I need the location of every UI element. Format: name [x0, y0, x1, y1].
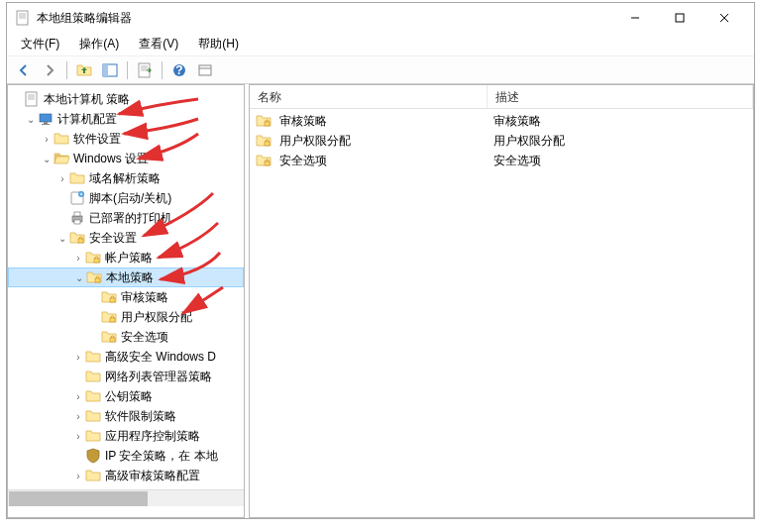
app-icon: [15, 10, 31, 26]
expander-closed-icon[interactable]: ›: [71, 469, 85, 482]
policy-tree: 本地计算机 策略 ⌄ 计算机配置 › 软件设置 ⌄ Windows 设置: [8, 85, 244, 489]
titlebar: 本地组策略编辑器: [7, 3, 754, 33]
tree-security-settings[interactable]: ⌄ 安全设置: [8, 228, 244, 248]
menu-file[interactable]: 文件(F): [13, 34, 67, 54]
column-desc[interactable]: 描述: [488, 85, 753, 108]
printer-icon: [69, 210, 85, 226]
tree-local-policy[interactable]: ⌄ 本地策略: [8, 267, 244, 287]
list-header: 名称 描述: [250, 85, 753, 109]
list-pane[interactable]: 名称 描述 审核策略 审核策略 用户权限分配 用户权限分配 安全选项 安全选项: [249, 84, 754, 518]
svg-rect-18: [103, 64, 108, 76]
tree-windows-settings[interactable]: ⌄ Windows 设置: [8, 149, 244, 168]
tree-computer-config[interactable]: ⌄ 计算机配置: [8, 109, 244, 129]
show-hide-tree-button[interactable]: [99, 59, 121, 81]
svg-rect-14: [676, 14, 684, 22]
tree-ip-security[interactable]: IP 安全策略，在 本地: [8, 446, 244, 466]
tree-audit-policy[interactable]: 审核策略: [8, 287, 244, 307]
expander-icon[interactable]: [10, 92, 24, 106]
svg-rect-21: [199, 65, 211, 75]
tree-printers[interactable]: 已部署的打印机: [8, 208, 244, 228]
tree-root[interactable]: 本地计算机 策略: [8, 89, 244, 109]
folder-open-icon: [54, 151, 69, 166]
toolbar: ?: [7, 56, 754, 84]
list-body: 审核策略 审核策略 用户权限分配 用户权限分配 安全选项 安全选项: [250, 109, 753, 172]
folder-lock-icon: [101, 289, 117, 305]
expander-none: [71, 449, 85, 463]
shield-icon: [85, 448, 101, 464]
folder-icon: [85, 369, 101, 384]
tree-app-control[interactable]: › 应用程序控制策略: [8, 426, 244, 446]
tree-advanced-audit[interactable]: › 高级审核策略配置: [8, 466, 244, 485]
scrollbar-thumb[interactable]: [9, 491, 148, 506]
scroll-icon: [69, 190, 85, 206]
tree-dns-policy[interactable]: › 域名解析策略: [8, 168, 244, 188]
expander-none: [87, 330, 101, 344]
expander-closed-icon[interactable]: ›: [71, 350, 85, 364]
svg-text:?: ?: [175, 63, 182, 77]
back-button[interactable]: [13, 59, 35, 81]
folder-lock-icon: [256, 133, 272, 149]
expander-closed-icon[interactable]: ›: [40, 132, 54, 146]
menu-action[interactable]: 操作(A): [71, 34, 127, 54]
toolbar-separator: [127, 61, 128, 79]
menu-help[interactable]: 帮助(H): [190, 34, 247, 54]
expander-none: [87, 290, 101, 304]
minimize-button[interactable]: [612, 4, 657, 32]
folder-icon: [54, 131, 69, 147]
expander-open-icon[interactable]: ⌄: [24, 112, 38, 126]
folder-icon: [85, 408, 101, 424]
folder-icon: [85, 349, 101, 365]
toolbar-separator: [162, 61, 163, 79]
folder-lock-icon: [256, 153, 272, 168]
expander-closed-icon[interactable]: ›: [71, 429, 85, 443]
expander-none: [55, 211, 69, 225]
tree-restricted-software[interactable]: › 软件限制策略: [8, 406, 244, 426]
help-button[interactable]: ?: [168, 59, 190, 81]
expander-none: [71, 370, 85, 383]
folder-icon: [85, 468, 101, 483]
folder-lock-icon: [69, 230, 85, 246]
menu-view[interactable]: 查看(V): [131, 34, 186, 54]
folder-icon: [69, 170, 85, 186]
expander-open-icon[interactable]: ⌄: [40, 152, 54, 165]
list-item-security-options[interactable]: 安全选项 安全选项: [250, 151, 753, 170]
folder-icon: [85, 428, 101, 444]
column-name[interactable]: 名称: [250, 85, 488, 108]
tree-security-options[interactable]: 安全选项: [8, 327, 244, 347]
tree-network-admin[interactable]: 网络列表管理器策略: [8, 367, 244, 386]
tree-public-key[interactable]: › 公钥策略: [8, 386, 244, 406]
tree-horizontal-scrollbar[interactable]: [8, 489, 244, 506]
doc-icon: [24, 91, 40, 107]
tree-pane[interactable]: 本地计算机 策略 ⌄ 计算机配置 › 软件设置 ⌄ Windows 设置: [7, 84, 245, 518]
expander-closed-icon[interactable]: ›: [71, 389, 85, 403]
close-button[interactable]: [702, 4, 746, 32]
list-item-audit-policy[interactable]: 审核策略 审核策略: [250, 111, 753, 131]
computer-icon: [38, 111, 54, 127]
expander-open-icon[interactable]: ⌄: [55, 231, 69, 245]
maximize-button[interactable]: [657, 4, 702, 32]
tree-software-settings[interactable]: › 软件设置: [8, 129, 244, 149]
up-button[interactable]: [73, 59, 95, 81]
expander-closed-icon[interactable]: ›: [71, 251, 85, 265]
tree-account-policy[interactable]: › 帐户策略: [8, 248, 244, 267]
expander-closed-icon[interactable]: ›: [71, 409, 85, 423]
folder-lock-icon: [85, 250, 101, 266]
expander-open-icon[interactable]: ⌄: [72, 270, 86, 284]
expander-none: [55, 191, 69, 205]
list-item-user-rights[interactable]: 用户权限分配 用户权限分配: [250, 131, 753, 151]
tree-user-rights[interactable]: 用户权限分配: [8, 307, 244, 327]
folder-lock-icon: [101, 329, 117, 345]
properties-button[interactable]: [194, 59, 216, 81]
folder-lock-icon: [86, 269, 102, 285]
tree-scripts[interactable]: 脚本(启动/关机): [8, 188, 244, 208]
export-button[interactable]: [134, 59, 156, 81]
folder-lock-icon: [101, 309, 117, 325]
expander-none: [87, 310, 101, 324]
forward-button[interactable]: [39, 59, 60, 81]
window-controls: [612, 4, 746, 32]
menubar: 文件(F) 操作(A) 查看(V) 帮助(H): [7, 33, 754, 56]
folder-icon: [85, 388, 101, 404]
expander-closed-icon[interactable]: ›: [55, 171, 69, 185]
content-area: 本地计算机 策略 ⌄ 计算机配置 › 软件设置 ⌄ Windows 设置: [7, 84, 754, 518]
tree-advanced-windows[interactable]: › 高级安全 Windows D: [8, 347, 244, 367]
